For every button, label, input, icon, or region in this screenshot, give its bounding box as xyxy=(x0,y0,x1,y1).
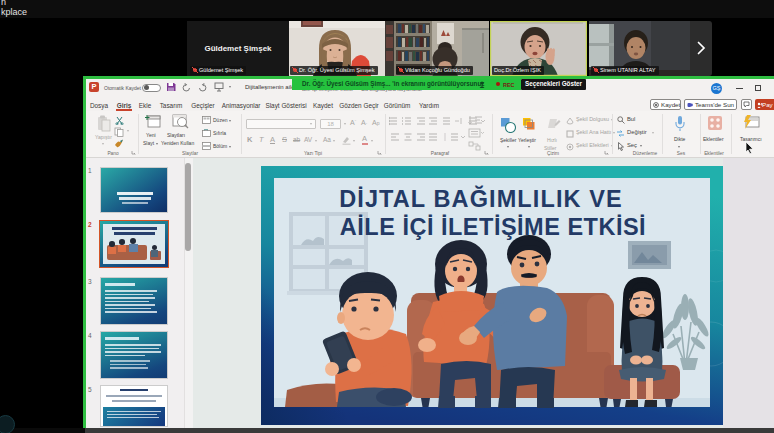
svg-text:DİJTAL BAĞIMLILIK VE: DİJTAL BAĞIMLILIK VE xyxy=(339,185,623,212)
svg-text:AİLE İÇİ İLETİŞİME ETKİSİ: AİLE İÇİ İLETİŞİME ETKİSİ xyxy=(340,214,646,240)
